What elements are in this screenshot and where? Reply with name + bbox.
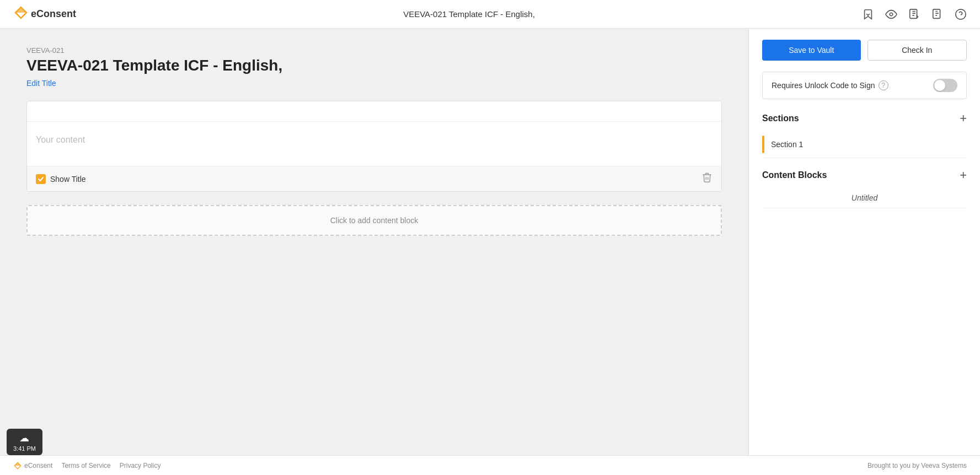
doc-title: VEEVA-021 Template ICF - English, bbox=[26, 57, 722, 74]
add-section-button[interactable]: + bbox=[960, 112, 967, 125]
content-blocks-title: Content Blocks bbox=[762, 170, 827, 180]
svg-rect-4 bbox=[933, 9, 940, 18]
show-title-label: Show Title bbox=[50, 175, 86, 183]
logo-icon bbox=[13, 6, 29, 23]
eye-icon[interactable] bbox=[885, 8, 897, 20]
content-block-footer: Show Title bbox=[27, 166, 721, 191]
show-title-wrapper: Show Title bbox=[36, 174, 86, 184]
content-block-title-row bbox=[27, 101, 721, 122]
docx-icon[interactable] bbox=[908, 8, 920, 20]
add-content-block-sidebar-button[interactable]: + bbox=[960, 169, 967, 181]
help-circle-icon[interactable] bbox=[955, 8, 967, 20]
logo-text: eConsent bbox=[31, 8, 76, 20]
content-block-card: Your content Show Title bbox=[26, 101, 722, 192]
pdf-icon[interactable] bbox=[931, 8, 944, 20]
show-title-checkbox[interactable] bbox=[36, 174, 46, 184]
sections-title: Sections bbox=[762, 114, 799, 123]
main-container: VEEVA-021 VEEVA-021 Template ICF - Engli… bbox=[0, 29, 980, 455]
svg-point-5 bbox=[956, 9, 966, 19]
footer-logo-text: eConsent bbox=[24, 462, 52, 469]
sections-header: Sections + bbox=[762, 112, 967, 125]
footer: eConsent Terms of Service Privacy Policy… bbox=[0, 455, 980, 475]
svg-rect-3 bbox=[910, 9, 917, 18]
unlock-toggle[interactable] bbox=[933, 79, 957, 92]
save-to-vault-button[interactable]: Save to Vault bbox=[762, 40, 861, 61]
section-item-label: Section 1 bbox=[771, 140, 803, 149]
sidebar: Save to Vault Check In Requires Unlock C… bbox=[748, 29, 980, 455]
cloud-upload-icon: ☁ bbox=[19, 432, 29, 444]
check-in-button[interactable]: Check In bbox=[867, 40, 967, 61]
content-placeholder: Your content bbox=[36, 135, 85, 144]
delete-block-icon[interactable] bbox=[701, 172, 713, 186]
header-title: VEEVA-021 Template ICF - English, bbox=[403, 9, 535, 19]
content-blocks-header: Content Blocks + bbox=[762, 169, 967, 181]
footer-logo: eConsent bbox=[13, 462, 52, 469]
footer-attribution: Brought to you by Veeva Systems bbox=[867, 462, 967, 469]
status-bar: ☁ 3:41 PM bbox=[7, 429, 42, 455]
content-blocks-panel: Content Blocks + Untitled bbox=[762, 169, 967, 208]
add-content-block-label: Click to add content block bbox=[330, 216, 419, 225]
content-block-item-label: Untitled bbox=[852, 193, 877, 202]
unlock-code-row: Requires Unlock Code to Sign ? bbox=[762, 72, 967, 99]
unlock-help-icon[interactable]: ? bbox=[879, 80, 888, 90]
action-buttons: Save to Vault Check In bbox=[762, 40, 967, 61]
section-item[interactable]: Section 1 bbox=[762, 131, 967, 158]
section-accent bbox=[762, 136, 764, 153]
status-bar-time: 3:41 PM bbox=[13, 445, 36, 452]
header-icons bbox=[862, 8, 967, 20]
footer-left: eConsent Terms of Service Privacy Policy bbox=[13, 462, 160, 469]
content-block-body[interactable]: Your content bbox=[27, 122, 721, 166]
privacy-link[interactable]: Privacy Policy bbox=[120, 462, 161, 469]
content-block-title-input[interactable] bbox=[36, 107, 713, 116]
add-content-block[interactable]: Click to add content block bbox=[26, 205, 722, 236]
logo: eConsent bbox=[13, 6, 76, 23]
content-area: VEEVA-021 VEEVA-021 Template ICF - Engli… bbox=[0, 29, 748, 455]
terms-link[interactable]: Terms of Service bbox=[61, 462, 110, 469]
svg-point-2 bbox=[890, 13, 893, 16]
unlock-label: Requires Unlock Code to Sign ? bbox=[772, 80, 888, 90]
doc-breadcrumb: VEEVA-021 bbox=[26, 46, 722, 55]
content-block-sidebar-item[interactable]: Untitled bbox=[762, 188, 967, 208]
edit-title-link[interactable]: Edit Title bbox=[26, 79, 56, 88]
sections-panel: Sections + Section 1 bbox=[762, 112, 967, 158]
unlock-label-text: Requires Unlock Code to Sign bbox=[772, 81, 875, 90]
header: eConsent VEEVA-021 Template ICF - Englis… bbox=[0, 0, 980, 29]
bookmark-icon[interactable] bbox=[862, 8, 874, 20]
